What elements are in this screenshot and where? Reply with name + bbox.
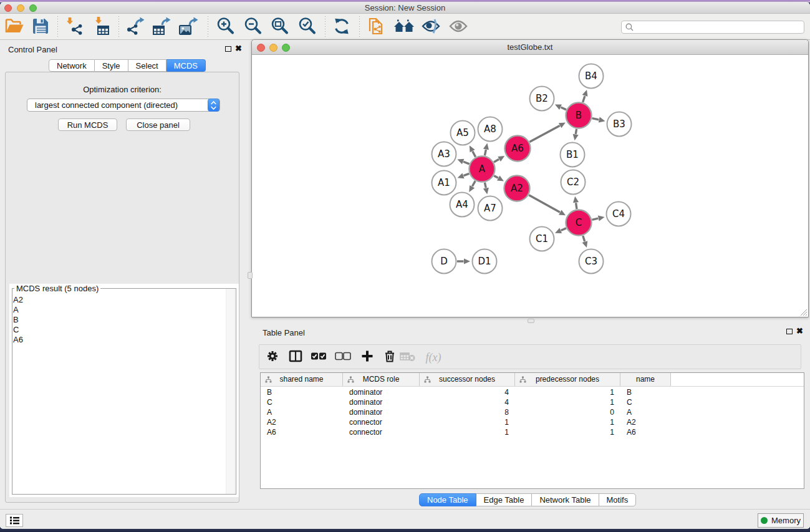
cell-predecessor-nodes[interactable]: 1: [515, 418, 614, 427]
edge-C-C3[interactable]: [583, 236, 585, 241]
edge-C-C4[interactable]: [592, 218, 598, 220]
control-tab-style[interactable]: Style: [95, 59, 128, 72]
memory-indicator[interactable]: Memory: [758, 513, 804, 528]
cell-MCDS-role[interactable]: dominator: [349, 388, 420, 397]
delete-table-button[interactable]: [397, 345, 418, 370]
cell-predecessor-nodes[interactable]: 1: [515, 388, 614, 397]
select-all-checkboxes-button[interactable]: [308, 345, 329, 370]
edge-A-A1[interactable]: [464, 173, 470, 175]
import-table-button[interactable]: [92, 17, 114, 38]
column-header-successor-nodes[interactable]: successor nodes: [420, 373, 515, 386]
edge-A-A2[interactable]: [494, 176, 498, 178]
cell-name[interactable]: A2: [627, 418, 671, 427]
cell-shared-name[interactable]: A6: [267, 428, 343, 437]
edge-B-B4[interactable]: [583, 96, 585, 102]
criterion-dropdown[interactable]: largest connected component (directed): [27, 99, 220, 112]
table-tab-node-table[interactable]: Node Table: [419, 493, 476, 506]
edge-B-B1[interactable]: [576, 129, 576, 134]
refresh-button[interactable]: [330, 17, 353, 38]
table-row-A2[interactable]: A2connector11A2: [261, 417, 804, 427]
cell-successor-nodes[interactable]: 4: [420, 388, 509, 397]
add-row-button[interactable]: [357, 345, 378, 370]
table-tab-network-table[interactable]: Network Table: [532, 493, 599, 506]
table-panel-float-icon[interactable]: [786, 329, 793, 334]
table-row-A6[interactable]: A6connector11A6: [261, 427, 804, 437]
cell-name[interactable]: A: [627, 408, 671, 417]
mcds-result-item[interactable]: A6: [13, 335, 23, 345]
zoom-out-button[interactable]: [241, 17, 264, 38]
import-network-button[interactable]: [64, 17, 86, 38]
control-tab-select[interactable]: Select: [128, 59, 166, 72]
edge-A6-B[interactable]: [529, 125, 559, 142]
window-resize-grip-icon[interactable]: [799, 308, 808, 316]
horizontal-splitter-handle[interactable]: [528, 319, 534, 323]
open-session-button[interactable]: [3, 17, 26, 38]
cell-successor-nodes[interactable]: 1: [420, 418, 509, 427]
deselect-all-checkboxes-button[interactable]: [332, 345, 354, 370]
hide-selected-button[interactable]: [420, 17, 442, 38]
export-network-button[interactable]: [125, 17, 147, 38]
cell-name[interactable]: C: [627, 398, 671, 407]
cell-MCDS-role[interactable]: connector: [349, 428, 420, 437]
zoom-fit-button[interactable]: [268, 17, 291, 38]
table-tab-motifs[interactable]: Motifs: [599, 493, 637, 506]
search-input[interactable]: [636, 22, 798, 31]
cell-MCDS-role[interactable]: dominator: [349, 398, 420, 407]
cell-predecessor-nodes[interactable]: 0: [515, 408, 614, 417]
column-header-name[interactable]: name: [620, 373, 671, 386]
home-view-button[interactable]: [393, 17, 415, 38]
column-header-MCDS-role[interactable]: MCDS role: [343, 373, 420, 386]
table-panel-close-icon[interactable]: ✖: [796, 328, 803, 334]
mcds-result-item[interactable]: C: [13, 325, 23, 335]
export-table-button[interactable]: [151, 17, 173, 38]
column-layout-button[interactable]: [285, 345, 306, 370]
zoom-in-button[interactable]: [214, 17, 236, 38]
export-image-button[interactable]: [178, 17, 200, 38]
cell-shared-name[interactable]: C: [267, 398, 343, 407]
cell-predecessor-nodes[interactable]: 1: [515, 398, 614, 407]
mcds-result-item[interactable]: A2: [13, 295, 23, 305]
network-graph-canvas[interactable]: B4B2BB3A8A5A6A3B1AA1C2A2A4A7C4CC1C3DD1: [252, 56, 808, 319]
column-header-shared-name[interactable]: shared name: [261, 373, 343, 386]
table-row-C[interactable]: Cdominator41C: [261, 397, 804, 407]
edge-A2-C[interactable]: [529, 195, 560, 213]
column-header-predecessor-nodes[interactable]: predecessor nodes: [515, 373, 620, 386]
show-all-button[interactable]: [447, 17, 470, 38]
table-row-B[interactable]: Bdominator41B: [261, 387, 804, 397]
edge-C-C2[interactable]: [576, 203, 577, 209]
edge-A-A6[interactable]: [494, 159, 499, 162]
table-settings-button[interactable]: [262, 345, 283, 370]
control-tab-mcds[interactable]: MCDS: [166, 59, 206, 72]
mcds-result-list[interactable]: A2ABCA6: [13, 295, 23, 345]
cell-shared-name[interactable]: A2: [267, 418, 343, 427]
cell-successor-nodes[interactable]: 4: [420, 398, 509, 407]
edge-A-A7[interactable]: [485, 183, 486, 188]
run-mcds-button[interactable]: Run MCDS: [58, 118, 117, 131]
cell-MCDS-role[interactable]: dominator: [349, 408, 420, 417]
edge-B-B3[interactable]: [592, 118, 599, 120]
cell-predecessor-nodes[interactable]: 1: [515, 428, 614, 437]
cell-name[interactable]: A6: [627, 428, 671, 437]
edge-A-A8[interactable]: [485, 150, 486, 156]
edge-B-B2[interactable]: [561, 107, 566, 110]
control-tab-network[interactable]: Network: [49, 59, 95, 72]
table-tab-edge-table[interactable]: Edge Table: [476, 493, 533, 506]
edge-C-C1[interactable]: [561, 228, 566, 231]
control-panel-close-icon[interactable]: ✖: [235, 46, 242, 52]
mcds-result-item[interactable]: B: [13, 315, 23, 325]
zoom-selected-button[interactable]: [296, 17, 318, 38]
cell-name[interactable]: B: [627, 388, 671, 397]
duplicate-network-button[interactable]: [365, 17, 388, 38]
edge-A-A5[interactable]: [473, 152, 476, 157]
save-session-button[interactable]: [29, 17, 52, 38]
cell-successor-nodes[interactable]: 8: [420, 408, 509, 417]
cell-successor-nodes[interactable]: 1: [420, 428, 509, 437]
search-box[interactable]: [621, 21, 804, 34]
mcds-result-item[interactable]: A: [13, 305, 23, 315]
show-panels-button[interactable]: [6, 514, 23, 527]
edge-A-A3[interactable]: [463, 162, 469, 164]
table-row-A[interactable]: Adominator80A: [261, 407, 804, 417]
edge-A-A4[interactable]: [472, 181, 475, 186]
close-panel-button[interactable]: Close panel: [126, 118, 190, 131]
cell-shared-name[interactable]: A: [267, 408, 343, 417]
